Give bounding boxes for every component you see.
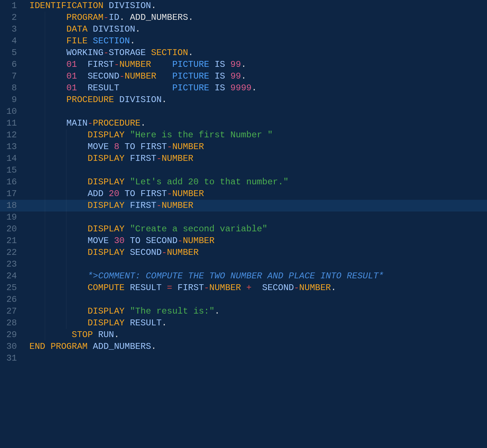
code-token: "The result is:" [130, 306, 214, 316]
code-line[interactable]: 14 DISPLAY FIRST-NUMBER [0, 153, 487, 165]
code-line[interactable]: 26 [0, 294, 487, 306]
code-token [119, 142, 125, 152]
code-line[interactable]: 17 ADD 20 TO FIRST-NUMBER [0, 188, 487, 200]
code-content[interactable] [21, 106, 487, 118]
code-line[interactable]: 22 DISPLAY SECOND-NUMBER [0, 247, 487, 259]
code-line[interactable]: 1IDENTIFICATION DIVISION. [0, 0, 487, 12]
code-line[interactable]: 27 DISPLAY "The result is:". [0, 306, 487, 317]
code-content[interactable]: 01 RESULT PICTURE IS 9999. [21, 82, 487, 94]
indent-guide [66, 141, 66, 153]
code-line[interactable]: 29 STOP RUN. [0, 329, 487, 341]
code-content[interactable]: WORKING-STORAGE SECTION. [21, 47, 487, 59]
code-token: STORAGE [109, 48, 151, 58]
code-line[interactable]: 11 MAIN-PROCEDURE. [0, 118, 487, 129]
code-line[interactable]: 8 01 RESULT PICTURE IS 9999. [0, 82, 487, 94]
indent-guide [66, 317, 66, 329]
code-line[interactable]: 5 WORKING-STORAGE SECTION. [0, 47, 487, 59]
code-line[interactable]: 20 DISPLAY "Create a second variable" [0, 223, 487, 235]
code-token: IS [214, 83, 225, 93]
code-token: PROCEDURE [93, 118, 141, 128]
code-line[interactable]: 24 *>COMMENT: COMPUTE THE TWO NUMBER AND… [0, 270, 487, 282]
code-content[interactable]: ADD 20 TO FIRST-NUMBER [21, 188, 487, 200]
code-token: - [104, 48, 109, 58]
code-token: "Create a second variable" [130, 224, 267, 234]
code-content[interactable]: DISPLAY RESULT. [21, 317, 487, 329]
code-content[interactable]: DISPLAY FIRST-NUMBER [21, 200, 487, 212]
code-token: END [29, 342, 45, 351]
code-token: RESULT [130, 283, 162, 293]
code-line[interactable]: 13 MOVE 8 TO FIRST-NUMBER [0, 141, 487, 153]
code-token: DISPLAY [87, 318, 125, 328]
code-line[interactable]: 4 FILE SECTION. [0, 35, 487, 47]
code-content[interactable]: FILE SECTION. [21, 35, 487, 47]
code-token: SECOND [262, 283, 294, 293]
line-number: 19 [0, 212, 21, 223]
code-line[interactable]: 23 [0, 259, 487, 270]
code-content[interactable]: DISPLAY "The result is:". [21, 306, 487, 317]
code-token: . [331, 283, 336, 293]
code-content[interactable] [21, 165, 487, 176]
code-content[interactable] [21, 212, 487, 223]
code-token [151, 59, 172, 69]
code-content[interactable]: DATA DIVISION. [21, 24, 487, 35]
code-content[interactable]: 01 FIRST-NUMBER PICTURE IS 99. [21, 59, 487, 71]
code-content[interactable]: DISPLAY FIRST-NUMBER [21, 153, 487, 165]
code-content[interactable]: STOP RUN. [21, 329, 487, 341]
code-token [66, 330, 72, 340]
code-line[interactable]: 2 PROGRAM-ID. ADD_NUMBERS. [0, 12, 487, 24]
code-content[interactable]: MAIN-PROCEDURE. [21, 118, 487, 129]
code-token: "Let's add 20 to that number." [130, 177, 289, 187]
code-content[interactable]: MOVE 8 TO FIRST-NUMBER [21, 141, 487, 153]
code-token [125, 224, 130, 234]
code-content[interactable]: DISPLAY "Let's add 20 to that number." [21, 176, 487, 188]
code-token: 01 [66, 59, 77, 69]
code-token [156, 71, 172, 81]
code-line[interactable]: 12 DISPLAY "Here is the first Number " [0, 129, 487, 141]
code-token: IS [214, 71, 225, 81]
indent-guide [66, 247, 66, 259]
indent-guide [45, 176, 45, 188]
line-number: 23 [0, 259, 21, 270]
code-content[interactable]: END PROGRAM ADD_NUMBERS. [21, 341, 487, 353]
code-line[interactable]: 31 [0, 353, 487, 364]
code-token: MAIN [66, 118, 88, 128]
code-content[interactable]: 01 SECOND-NUMBER PICTURE IS 99. [21, 71, 487, 82]
code-token [125, 306, 130, 316]
code-token [114, 95, 119, 105]
code-line[interactable]: 7 01 SECOND-NUMBER PICTURE IS 99. [0, 71, 487, 82]
line-number: 4 [0, 35, 21, 47]
code-line[interactable]: 28 DISPLAY RESULT. [0, 317, 487, 329]
code-line[interactable]: 30END PROGRAM ADD_NUMBERS. [0, 341, 487, 353]
code-content[interactable]: *>COMMENT: COMPUTE THE TWO NUMBER AND PL… [21, 270, 487, 282]
code-content[interactable]: PROCEDURE DIVISION. [21, 94, 487, 106]
code-line[interactable]: 25 COMPUTE RESULT = FIRST-NUMBER + SECON… [0, 282, 487, 294]
code-content[interactable]: COMPUTE RESULT = FIRST-NUMBER + SECOND-N… [21, 282, 487, 294]
code-token: IS [214, 59, 225, 69]
code-content[interactable]: PROGRAM-ID. ADD_NUMBERS. [21, 12, 487, 24]
code-content[interactable] [21, 294, 487, 306]
code-line[interactable]: 16 DISPLAY "Let's add 20 to that number.… [0, 176, 487, 188]
code-token: - [167, 142, 172, 152]
code-line[interactable]: 19 [0, 212, 487, 223]
code-token: ADD [87, 189, 103, 199]
code-content[interactable]: DISPLAY "Here is the first Number " [21, 129, 487, 141]
code-token [93, 330, 98, 340]
code-line[interactable]: 21 MOVE 30 TO SECOND-NUMBER [0, 235, 487, 247]
indent-guide [66, 235, 66, 247]
code-content[interactable] [21, 259, 487, 270]
code-content[interactable]: DISPLAY "Create a second variable" [21, 223, 487, 235]
code-content[interactable]: MOVE 30 TO SECOND-NUMBER [21, 235, 487, 247]
code-line[interactable]: 15 [0, 165, 487, 176]
code-token: STOP [72, 330, 93, 340]
code-content[interactable]: IDENTIFICATION DIVISION. [21, 0, 487, 12]
line-number: 11 [0, 118, 21, 129]
code-line[interactable]: 10 [0, 106, 487, 118]
code-line[interactable]: 6 01 FIRST-NUMBER PICTURE IS 99. [0, 59, 487, 71]
code-content[interactable]: DISPLAY SECOND-NUMBER [21, 247, 487, 259]
indent-guide [66, 188, 66, 200]
code-editor[interactable]: 1IDENTIFICATION DIVISION.2 PROGRAM-ID. A… [0, 0, 487, 364]
code-line[interactable]: 3 DATA DIVISION. [0, 24, 487, 35]
code-line[interactable]: 9 PROCEDURE DIVISION. [0, 94, 487, 106]
code-token: "Here is the first Number " [130, 130, 273, 140]
code-line[interactable]: 18 DISPLAY FIRST-NUMBER [0, 200, 487, 212]
